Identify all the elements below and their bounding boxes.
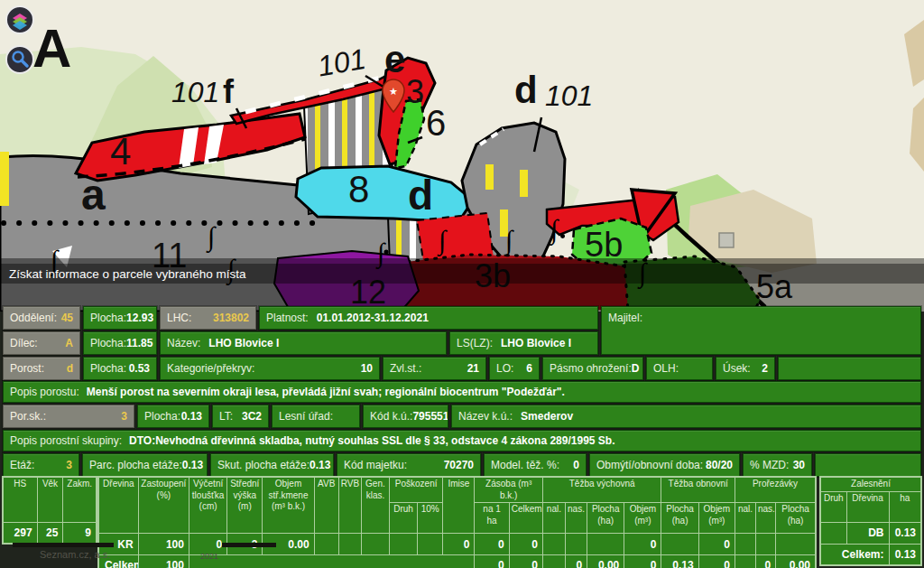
field-lhc: LHC: 313802 xyxy=(160,306,256,330)
col-to-plocha: Plocha (ha) xyxy=(661,503,698,534)
app-root: ∫ ∫ ∫ ∫ ∫ ∫ ∫ ∫ 101 f 101 e 3 6 8 d d 10… xyxy=(0,0,924,568)
col-tv-nas: nas. xyxy=(565,503,587,534)
zalesneni-table: Zalesnění Druh Dřevina ha DB 0.13 Celkem… xyxy=(819,476,922,566)
col-rvb: RVB xyxy=(338,477,361,534)
col-posk-druh: Druh xyxy=(390,503,418,534)
field-kategorie: Kategorie/překryv: 10 xyxy=(160,357,380,380)
field-obmyti: Obmýtí/obnovní doba: 80/20 xyxy=(589,453,740,477)
label-d101-letter: d xyxy=(514,69,538,111)
group-poskozeni: Poškození xyxy=(390,477,443,503)
label-8: 8 xyxy=(348,168,369,210)
scale-bar-2 xyxy=(222,543,276,547)
field-oddeleni: Oddělení: 45 xyxy=(3,306,80,330)
label-101f-letter: f xyxy=(223,73,235,110)
field-etaz: Etáž: 3 xyxy=(3,453,79,477)
svg-text:∫: ∫ xyxy=(549,214,559,247)
field-dilec: Dílec: A xyxy=(3,331,80,355)
col-zal-druh: Druh xyxy=(820,491,846,522)
field-olh: OLH: xyxy=(646,357,713,380)
col-tv-nal: nal. xyxy=(542,503,565,534)
col-hs: HS xyxy=(3,477,37,522)
col-stredni: Střední výška (m) xyxy=(227,477,263,534)
col-tv-objem: Objem (m³) xyxy=(624,503,661,534)
col-drevina: Dřevina xyxy=(98,477,138,534)
field-model-tez: Model. těž. %: 0 xyxy=(484,453,587,477)
field-lo: LO: 6 xyxy=(489,357,540,380)
map-label-dilec-a: A xyxy=(32,18,71,79)
svg-text:∫: ∫ xyxy=(437,225,448,257)
col-zakm: Zakm. xyxy=(63,477,97,522)
label-3: 3 xyxy=(406,73,424,110)
col-na1ha: na 1 ha xyxy=(475,503,509,534)
map-canvas[interactable]: ∫ ∫ ∫ ∫ ∫ ∫ ∫ ∫ 101 f 101 e 3 6 8 d d 10… xyxy=(0,0,924,312)
building-square xyxy=(719,233,734,247)
label-d101-number: 101 xyxy=(545,79,593,112)
table-row: 297 25 9 xyxy=(3,522,97,544)
group-zalesneni: Zalesnění xyxy=(820,477,921,491)
label-d-mid: d xyxy=(408,172,433,219)
field-plocha-porsk: Plocha: 0.13 xyxy=(137,405,209,428)
scale-bar-1 xyxy=(13,543,114,547)
svg-text:∫: ∫ xyxy=(206,221,217,254)
col-objem-kmene: Objem stř.kmene (m³ b.k.) xyxy=(263,477,314,534)
table-row: DB 0.13 xyxy=(820,522,921,544)
field-row3-spacer xyxy=(778,357,921,380)
field-lesni-urad: Lesní úřad: xyxy=(272,405,360,428)
layers-button[interactable] xyxy=(6,6,33,33)
d101-yellow-dash-1 xyxy=(485,164,494,190)
total-merged-cell xyxy=(189,555,475,568)
field-mzd: % MZD: 30 xyxy=(743,453,812,477)
table-total-row: Celkem: 0.13 xyxy=(820,544,921,565)
col-zal-ha: ha xyxy=(889,491,921,522)
group-tezba-obnovni: Těžba obnovní xyxy=(661,477,735,503)
col-pr-plocha: Plocha (ha) xyxy=(776,503,816,534)
zal-total-label: Celkem: xyxy=(820,544,889,565)
field-plocha-porost: Plocha: 0.53 xyxy=(83,357,157,380)
group-zasoba: Zásoba (m³ b.k.) xyxy=(475,477,542,503)
search-button[interactable] xyxy=(6,46,33,73)
col-avb: AVB xyxy=(314,477,338,534)
d101-yellow-dash-2 xyxy=(520,170,528,197)
field-plocha-oddeleni: Plocha: 12.93 xyxy=(83,306,157,330)
col-vek: Věk xyxy=(37,477,63,522)
field-nazev-ku: Název k.ú.: Smederov xyxy=(451,405,921,428)
col-to-objem: Objem (m³) xyxy=(698,503,735,534)
tooltip-text: Získat informace o parcele vybraného mís… xyxy=(9,267,246,281)
field-porost: Porost: d xyxy=(3,357,80,380)
field-nazev: Název: LHO Blovice I xyxy=(160,331,447,355)
map-attribution-year: 2021 xyxy=(200,552,218,561)
field-plocha-dilec: Plocha: 11.85 xyxy=(83,331,157,355)
field-popis-skupiny: Popis porostní skupiny: DTO:Nevhodná dře… xyxy=(3,430,921,452)
field-skut-plocha: Skut. plocha etáže: 0.13 xyxy=(210,453,334,477)
col-pr-nas: nas. xyxy=(756,503,776,534)
field-platnost: Platnost: 01.01.2012-31.12.2021 xyxy=(259,306,598,330)
col-vycetni: Výčetní tloušťka (cm) xyxy=(189,477,226,534)
col-zal-drevina: Dřevina xyxy=(846,491,889,522)
field-usek: Úsek: 2 xyxy=(716,357,775,380)
col-zasoba-celkem: Celkem xyxy=(509,503,542,534)
label-4: 4 xyxy=(110,130,131,172)
field-pasmo: Pásmo ohrožení: D xyxy=(542,357,643,380)
col-pr-nal: nal. xyxy=(735,503,755,534)
group-prorezavky: Prořezávky xyxy=(735,477,816,503)
col-gen-klas: Gen. klas. xyxy=(361,477,389,534)
label-101f-number: 101 xyxy=(171,76,219,108)
field-lt: LT: 3C2 xyxy=(212,405,269,428)
field-parc-plocha: Parc. plocha etáže: 0.13 xyxy=(82,453,208,477)
col-tv-plocha: Plocha (ha) xyxy=(587,503,624,534)
label-6: 6 xyxy=(426,103,446,143)
field-kod-ku: Kód k.ú.: 795551 xyxy=(363,405,448,428)
svg-text:★: ★ xyxy=(389,86,398,97)
group-tezba-vychovna: Těžba výchovná xyxy=(542,477,661,503)
label-101e-letter: e xyxy=(384,38,405,80)
label-5b: 5b xyxy=(585,226,623,264)
field-row7-spacer xyxy=(815,453,921,477)
col-posk-10: 10% xyxy=(418,503,443,534)
col-zastoupeni: Zastoupení (%) xyxy=(138,477,189,534)
col-imise: Imise xyxy=(443,477,475,534)
stripe-left-edge xyxy=(0,152,9,206)
field-lslz: LS(LZ): LHO Blovice I xyxy=(449,331,598,355)
field-kod-majetku: Kód majetku: 70270 xyxy=(337,453,481,477)
map-attribution: Seznam.cz, a.s. xyxy=(40,549,110,560)
field-popis-porostu: Popis porostu: Menší porost na severním … xyxy=(3,381,921,403)
